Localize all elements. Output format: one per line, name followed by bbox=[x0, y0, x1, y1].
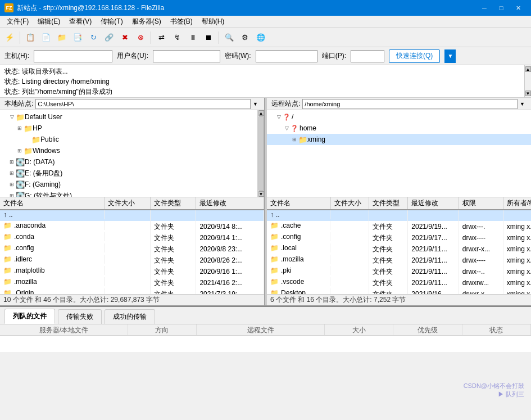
table-row[interactable]: 📁.anaconda 文件夹 2020/9/14 8:... bbox=[0, 221, 264, 232]
col-modified[interactable]: 最近修改 bbox=[196, 197, 264, 210]
tb-search[interactable]: 🔍 bbox=[222, 30, 237, 45]
host-input[interactable] bbox=[34, 50, 112, 62]
remote-path-input[interactable] bbox=[302, 99, 518, 109]
tree-item-g[interactable]: ⊞ 💽 G: (软件与文件) bbox=[0, 190, 264, 197]
tb-new-dir-local[interactable]: 📁 bbox=[55, 30, 69, 45]
table-row[interactable]: 📁.idlerc 文件夹 2020/8/26 2:... bbox=[0, 255, 264, 266]
remote-path-dropdown[interactable]: ▼ bbox=[520, 101, 527, 107]
tb-refresh[interactable]: ↻ bbox=[86, 30, 101, 45]
tree-item-home[interactable]: ▽ ❓ home bbox=[267, 123, 531, 134]
local-panel-header: 本地站点: ▼ bbox=[0, 98, 264, 110]
col-filetype[interactable]: 文件类型 bbox=[150, 197, 196, 210]
local-path-input[interactable] bbox=[35, 99, 251, 109]
tree-item-public[interactable]: ⊞ 📁 Public bbox=[0, 134, 264, 145]
tree-item-windows[interactable]: ⊞ 📁 Windows bbox=[0, 145, 264, 156]
table-row[interactable]: 📁.Origin 文件夹 2021/7/3 19:... bbox=[0, 288, 264, 294]
col-perms[interactable]: 权限 bbox=[459, 197, 503, 210]
minimize-button[interactable]: ─ bbox=[476, 0, 493, 16]
col-filename[interactable]: 文件名 bbox=[0, 197, 105, 210]
table-row[interactable]: ↑.. bbox=[267, 210, 531, 221]
col-modified[interactable]: 最近修改 bbox=[408, 197, 459, 210]
menu-bookmark[interactable]: 书签(B) bbox=[166, 16, 197, 28]
local-tree[interactable]: ▽ 📁 Default User ⊞ 📁 HP ⊞ 📁 Public ⊞ 📁 W… bbox=[0, 110, 264, 197]
tree-item-root[interactable]: ▽ ❓ / bbox=[267, 111, 531, 123]
quick-connect-button[interactable]: 快速连接(Q) bbox=[389, 49, 440, 63]
tree-label: Public bbox=[40, 136, 59, 143]
toggle-icon[interactable]: ⊞ bbox=[8, 158, 16, 166]
toggle-icon[interactable]: ⊞ bbox=[16, 147, 24, 155]
toggle-icon[interactable]: ⊞ bbox=[8, 169, 16, 177]
menu-view[interactable]: 查看(V) bbox=[65, 16, 96, 28]
tree-item-xming[interactable]: ⊞ 📁 xming bbox=[267, 134, 531, 145]
table-row[interactable]: 📁.pki 文件夹 2021/9/11... drwx--.. xming x.… bbox=[267, 266, 531, 277]
tb-stop[interactable]: ⏹ bbox=[201, 30, 216, 45]
tb-new-local[interactable]: 📄 bbox=[39, 30, 53, 45]
table-row[interactable]: 📁Desktop 文件夹 2021/9/16... drwxr-x... xmi… bbox=[267, 288, 531, 294]
col-filesize[interactable]: 文件大小 bbox=[105, 197, 151, 210]
tb-new-site[interactable]: ⚡ bbox=[2, 30, 17, 45]
tab-failed[interactable]: 传输失败 bbox=[58, 309, 102, 324]
menu-edit[interactable]: 编辑(E) bbox=[33, 16, 65, 28]
tb-transfer-settings[interactable]: ⇄ bbox=[154, 30, 169, 45]
tb-disconnect[interactable]: ✖ bbox=[117, 30, 132, 45]
toggle-icon[interactable]: ⊞ bbox=[8, 180, 16, 188]
menu-help[interactable]: 帮助(H) bbox=[197, 16, 229, 28]
tab-success[interactable]: 成功的传输 bbox=[105, 309, 155, 324]
table-row[interactable]: 📁.config 文件夹 2020/9/8 23:... bbox=[0, 243, 264, 255]
tree-item-d[interactable]: ⊞ 💽 D: (DATA) bbox=[0, 156, 264, 168]
table-row[interactable]: 📁.cache 文件夹 2021/9/19... drwx---. xming … bbox=[267, 221, 531, 232]
tree-item-hp[interactable]: ⊞ 📁 HP bbox=[0, 123, 264, 134]
toggle-icon[interactable]: ⊞ bbox=[8, 192, 16, 197]
tree-item-f[interactable]: ⊞ 💽 F: (Gaming) bbox=[0, 179, 264, 190]
local-file-list[interactable]: 文件名 文件大小 文件类型 最近修改 ↑.. 📁.anaconda 文件夹 20… bbox=[0, 197, 264, 294]
file-icon: ↑ bbox=[270, 211, 274, 219]
tb-connect[interactable]: 🔗 bbox=[102, 30, 116, 45]
remote-tree[interactable]: ▽ ❓ / ▽ ❓ home ⊞ 📁 xming bbox=[267, 110, 531, 197]
toggle-icon[interactable]: ⊞ bbox=[16, 124, 24, 132]
toggle-icon[interactable]: ⊞ bbox=[291, 136, 298, 143]
password-input[interactable] bbox=[256, 50, 317, 62]
table-row[interactable]: 📁.vscode 文件夹 2021/9/11... drwxrw... xmin… bbox=[267, 277, 531, 288]
file-icon: 📁 bbox=[3, 289, 12, 294]
tb-cancel[interactable]: ⊗ bbox=[133, 30, 148, 45]
table-row[interactable]: 📁.config 文件夹 2021/9/17... drwx---- xming… bbox=[267, 232, 531, 243]
toggle-icon[interactable]: ▽ bbox=[283, 124, 291, 132]
close-button[interactable]: ✕ bbox=[510, 0, 527, 16]
menu-file[interactable]: 文件(F) bbox=[2, 16, 33, 28]
table-row[interactable]: 📁.conda 文件夹 2020/9/14 1:... bbox=[0, 232, 264, 243]
table-row[interactable]: ↑.. bbox=[0, 210, 264, 221]
tb-copy[interactable]: 📑 bbox=[70, 30, 85, 45]
table-row[interactable]: 📁.mozilla 文件夹 2021/4/16 2:... bbox=[0, 277, 264, 288]
file-modified-cell: 2021/7/3 19:... bbox=[196, 288, 264, 294]
tree-item-defaultuser[interactable]: ▽ 📁 Default User bbox=[0, 111, 264, 123]
file-modified-cell bbox=[196, 210, 264, 221]
table-row[interactable]: 📁.local 文件夹 2021/9/11... drwxr-x... xmin… bbox=[267, 243, 531, 255]
menu-transfer[interactable]: 传输(T) bbox=[96, 16, 127, 28]
tb-open-local[interactable]: 📋 bbox=[23, 30, 38, 45]
file-owner-cell: xming x... bbox=[503, 255, 531, 266]
toggle-icon[interactable]: ▽ bbox=[275, 113, 283, 121]
maximize-button[interactable]: □ bbox=[493, 0, 510, 16]
table-row[interactable]: 📁.mozilla 文件夹 2021/9/11... drwx---- xmin… bbox=[267, 255, 531, 266]
menu-server[interactable]: 服务器(S) bbox=[128, 16, 166, 28]
local-tree-scrollbar[interactable]: ▲ ▼ bbox=[257, 110, 264, 197]
local-path-dropdown[interactable]: ▼ bbox=[253, 101, 260, 107]
col-filesize[interactable]: 文件大小 bbox=[330, 197, 369, 210]
folder-icon: 📁 bbox=[24, 124, 33, 133]
file-type-cell bbox=[150, 210, 196, 221]
port-input[interactable] bbox=[351, 50, 384, 62]
col-owner[interactable]: 所有者/组 bbox=[503, 197, 531, 210]
tree-item-e[interactable]: ⊞ 💽 E: (备用D盘) bbox=[0, 168, 264, 179]
toggle-icon[interactable]: ▽ bbox=[8, 113, 16, 121]
remote-file-list[interactable]: 文件名 文件大小 文件类型 最近修改 权限 所有者/组 ↑.. 📁.cache bbox=[267, 197, 531, 294]
tb-settings[interactable]: ⚙ bbox=[238, 30, 252, 45]
tab-queued[interactable]: 列队的文件 bbox=[4, 309, 55, 324]
tb-process-queue[interactable]: ↯ bbox=[170, 30, 184, 45]
quick-connect-dropdown[interactable]: ▼ bbox=[444, 49, 456, 63]
col-filename[interactable]: 文件名 bbox=[267, 197, 330, 210]
username-input[interactable] bbox=[153, 50, 220, 62]
table-row[interactable]: 📁.matplotlib 文件夹 2020/9/16 1:... bbox=[0, 266, 264, 277]
tb-network[interactable]: 🌐 bbox=[253, 30, 268, 45]
col-filetype[interactable]: 文件类型 bbox=[369, 197, 408, 210]
tb-pause[interactable]: ⏸ bbox=[185, 30, 200, 45]
